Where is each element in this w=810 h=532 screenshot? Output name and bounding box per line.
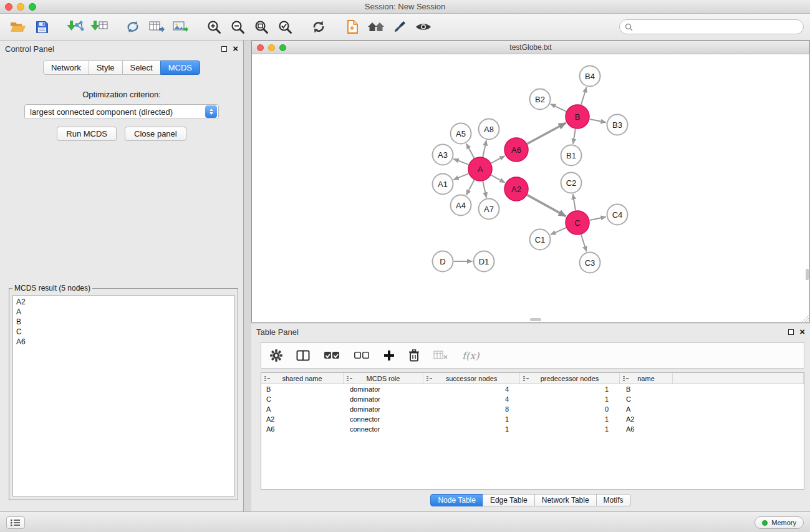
refresh-layout-icon[interactable] xyxy=(307,16,330,37)
table-tab-motifs[interactable]: Motifs xyxy=(596,494,631,506)
network-node-A5[interactable]: A5 xyxy=(451,123,471,144)
network-node-A8[interactable]: A8 xyxy=(479,119,499,140)
network-minimize-button[interactable] xyxy=(268,44,275,51)
gear-icon[interactable] xyxy=(270,349,282,362)
float-panel-icon[interactable] xyxy=(221,43,227,54)
network-node-D1[interactable]: D1 xyxy=(474,251,494,272)
table-cell[interactable]: 1 xyxy=(520,394,620,404)
network-node-B4[interactable]: B4 xyxy=(580,66,600,87)
result-list-item[interactable]: C xyxy=(16,327,231,337)
table-export-icon[interactable] xyxy=(145,16,168,37)
run-mcds-button[interactable]: Run MCDS xyxy=(57,127,117,141)
curved-arrows-icon[interactable] xyxy=(121,16,145,37)
float-table-panel-icon[interactable] xyxy=(788,326,794,337)
network-edge-B-B1[interactable] xyxy=(573,129,576,144)
table-cell[interactable]: C xyxy=(620,394,673,404)
result-list-item[interactable]: A2 xyxy=(16,297,231,307)
network-node-C2[interactable]: C2 xyxy=(561,173,582,193)
network-canvas[interactable]: B4B2BB3A5A8A6A3B1AC2A1A2A4A7C4CC1C3DD1 xyxy=(252,54,809,322)
tab-network[interactable]: Network xyxy=(43,60,89,75)
table-cell[interactable]: B xyxy=(261,384,344,394)
table-cell[interactable]: C xyxy=(261,394,344,404)
brush-icon[interactable] xyxy=(388,16,412,37)
network-node-C[interactable]: C xyxy=(566,211,589,235)
network-edge-A-A1[interactable] xyxy=(453,173,468,180)
search-input[interactable] xyxy=(636,22,798,31)
network-maximize-button[interactable] xyxy=(279,44,286,51)
network-edge-A2-C[interactable] xyxy=(528,195,566,216)
network-edge-C-C4[interactable] xyxy=(590,217,606,220)
eye-icon[interactable] xyxy=(412,16,435,37)
network-node-A3[interactable]: A3 xyxy=(433,145,453,165)
table-cell[interactable]: 1 xyxy=(520,414,620,424)
zoom-selected-icon[interactable] xyxy=(273,16,297,37)
horizontal-scrollbar-thumb[interactable] xyxy=(530,318,541,321)
network-edge-A-A7[interactable] xyxy=(483,181,486,198)
close-table-panel-icon[interactable]: × xyxy=(799,328,805,336)
task-history-button[interactable] xyxy=(6,516,25,529)
table-cell[interactable]: 4 xyxy=(423,384,520,394)
add-row-icon[interactable] xyxy=(383,350,395,361)
vertical-scrollbar-thumb[interactable] xyxy=(806,269,809,280)
network-edge-A-A6[interactable] xyxy=(491,156,505,163)
network-edge-B-B2[interactable] xyxy=(551,104,566,112)
home-icon[interactable] xyxy=(364,16,388,37)
network-node-C1[interactable]: C1 xyxy=(530,230,551,250)
table-tab-edge-table[interactable]: Edge Table xyxy=(483,494,535,506)
table-row[interactable]: Adominator80A xyxy=(261,404,804,414)
delete-row-icon[interactable] xyxy=(408,349,420,362)
result-list-item[interactable]: B xyxy=(16,317,231,327)
table-options-icon[interactable] xyxy=(433,351,448,360)
table-cell[interactable]: A2 xyxy=(620,414,673,424)
network-node-D[interactable]: D xyxy=(433,251,453,272)
table-row[interactable]: A2connector11A2 xyxy=(261,414,804,424)
table-tab-network-table[interactable]: Network Table xyxy=(534,494,597,506)
table-cell[interactable]: connector xyxy=(344,424,423,434)
table-cell[interactable]: B xyxy=(620,384,673,394)
save-icon[interactable] xyxy=(30,16,54,37)
column-header-predecessor-nodes[interactable]: predecessor nodes xyxy=(520,373,620,384)
network-edge-C-C3[interactable] xyxy=(581,235,587,251)
network-node-C3[interactable]: C3 xyxy=(580,253,600,273)
function-builder-icon[interactable]: f(x) xyxy=(462,350,479,362)
table-cell[interactable]: 1 xyxy=(520,384,620,394)
close-window-button[interactable] xyxy=(5,3,12,11)
tab-mcds[interactable]: MCDS xyxy=(160,60,200,75)
table-cell[interactable]: 8 xyxy=(423,404,520,414)
network-node-A4[interactable]: A4 xyxy=(451,195,471,216)
network-view[interactable]: B4B2BB3A5A8A6A3B1AC2A1A2A4A7C4CC1C3DD1 xyxy=(252,54,809,322)
column-header-name[interactable]: name xyxy=(620,373,673,384)
table-cell[interactable]: A6 xyxy=(261,424,344,434)
zoom-fit-icon[interactable] xyxy=(249,16,273,37)
result-list-item[interactable]: A xyxy=(16,307,231,317)
network-edge-A-A4[interactable] xyxy=(466,180,475,195)
result-list-item[interactable]: A6 xyxy=(16,337,231,347)
zoom-out-icon[interactable] xyxy=(226,16,249,37)
network-edge-C-C2[interactable] xyxy=(573,194,576,210)
table-cell[interactable]: 1 xyxy=(423,414,520,424)
table-row[interactable]: Cdominator41C xyxy=(261,394,804,404)
network-node-B1[interactable]: B1 xyxy=(561,145,582,166)
column-header-mcds-role[interactable]: MCDS role xyxy=(344,373,423,384)
open-folder-icon[interactable] xyxy=(6,16,30,37)
close-panel-button[interactable]: Close panel xyxy=(125,127,186,141)
table-row[interactable]: A6connector11A6 xyxy=(261,424,804,434)
network-node-C4[interactable]: C4 xyxy=(607,205,628,225)
network-node-B[interactable]: B xyxy=(566,105,589,128)
table-cell[interactable]: 1 xyxy=(423,424,520,434)
node-table[interactable]: shared nameMCDS rolesuccessor nodesprede… xyxy=(261,372,804,490)
network-node-A7[interactable]: A7 xyxy=(479,199,499,220)
network-edge-B-B4[interactable] xyxy=(581,87,587,105)
network-edge-A-A3[interactable] xyxy=(453,159,468,165)
criterion-dropdown[interactable]: largest connected component (directed) xyxy=(24,104,219,119)
tab-style[interactable]: Style xyxy=(89,60,123,75)
close-panel-icon[interactable]: × xyxy=(233,45,238,52)
table-cell[interactable]: A2 xyxy=(261,414,344,424)
network-node-B2[interactable]: B2 xyxy=(530,89,551,110)
search-field[interactable] xyxy=(619,19,804,34)
tab-select[interactable]: Select xyxy=(122,60,161,75)
table-cell[interactable]: dominator xyxy=(344,404,423,414)
deselect-all-icon[interactable] xyxy=(354,351,370,360)
network-node-B3[interactable]: B3 xyxy=(607,115,628,135)
table-cell[interactable]: dominator xyxy=(344,384,423,394)
